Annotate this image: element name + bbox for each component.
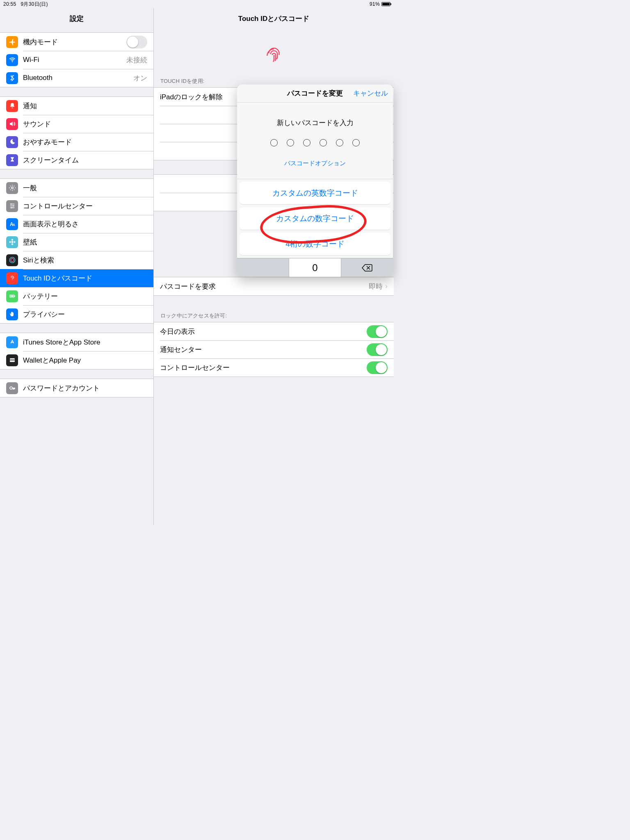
passcode-option-0[interactable]: カスタムの英数字コード xyxy=(240,182,390,205)
keypad-backspace[interactable] xyxy=(341,258,393,277)
passcode-sheet: パスコードを変更 キャンセル 新しいパスコードを入力 パスコードオプション カス… xyxy=(237,84,393,277)
passcode-dot xyxy=(287,139,294,146)
passcode-options-link[interactable]: パスコードオプション xyxy=(237,160,393,175)
passcode-dot xyxy=(303,139,310,146)
passcode-dots xyxy=(237,128,393,160)
keypad-blank xyxy=(237,258,289,277)
keypad-0[interactable]: 0 xyxy=(289,258,341,277)
sheet-title: パスコードを変更 xyxy=(287,89,343,98)
passcode-dot xyxy=(352,139,360,146)
passcode-dot xyxy=(320,139,327,146)
passcode-dot xyxy=(336,139,343,146)
sheet-backdrop: パスコードを変更 キャンセル 新しいパスコードを入力 パスコードオプション カス… xyxy=(0,0,394,525)
passcode-option-2[interactable]: 4桁の数字コード xyxy=(240,233,390,256)
sheet-header: パスコードを変更 キャンセル xyxy=(237,84,393,103)
passcode-dot xyxy=(270,139,278,146)
sheet-prompt: 新しいパスコードを入力 xyxy=(237,118,393,128)
passcode-option-1[interactable]: カスタムの数字コード xyxy=(240,207,390,230)
keypad-bottom-row: 0 xyxy=(237,258,393,277)
backspace-icon xyxy=(361,264,373,272)
cancel-button[interactable]: キャンセル xyxy=(353,89,388,98)
